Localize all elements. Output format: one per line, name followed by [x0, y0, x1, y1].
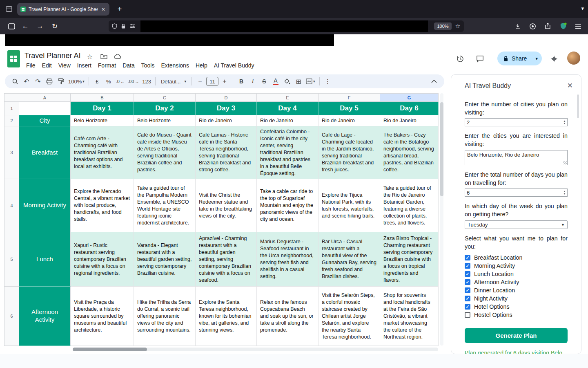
- plan-option-breakfast-location[interactable]: ✓Breakfast Location: [465, 254, 568, 262]
- sidebar-scrollbar-thumb[interactable]: [577, 94, 579, 118]
- vertical-scrollbar-thumb[interactable]: [440, 102, 443, 196]
- font-size-input[interactable]: 11: [206, 77, 218, 86]
- plan-option-hotel-options[interactable]: ✓Hotel Options: [465, 303, 568, 311]
- zoom-control[interactable]: 100%▾: [67, 76, 86, 87]
- cell-E5[interactable]: Marius Degustare - Seafood restaurant in…: [257, 232, 318, 287]
- cell-F4[interactable]: Explore the Tijuca National Park, with i…: [318, 179, 380, 232]
- text-color-button[interactable]: A: [270, 76, 281, 87]
- row-header-5[interactable]: 5: [4, 232, 19, 287]
- column-header-A[interactable]: A: [19, 94, 71, 102]
- tab-close-icon[interactable]: ✕: [100, 7, 106, 12]
- horizontal-scrollbar-thumb[interactable]: [73, 348, 147, 351]
- plan-option-lunch-location[interactable]: ✓Lunch Location: [465, 270, 568, 278]
- cell-F3[interactable]: Café du Lage - Charming café located in …: [318, 126, 380, 179]
- row-header-3[interactable]: 3: [4, 126, 19, 179]
- cell-D2[interactable]: Rio de Janeiro: [196, 115, 257, 126]
- checked-checkbox-icon[interactable]: ✓: [465, 296, 470, 301]
- number-format-button[interactable]: 123: [141, 76, 152, 87]
- cell-B5[interactable]: Xapuri - Rustic restaurant serving conte…: [71, 232, 134, 287]
- search-menus-icon[interactable]: [10, 76, 20, 87]
- cell-E4[interactable]: Take a cable car ride to the top of Suga…: [257, 179, 318, 232]
- days-input[interactable]: 6 ▲▼: [465, 188, 568, 197]
- bookmark-star-icon[interactable]: ☆: [455, 22, 461, 30]
- column-header-D[interactable]: D: [196, 94, 257, 102]
- cell-B4[interactable]: Explore the Mercado Central, a vibrant m…: [71, 179, 134, 232]
- menu-data[interactable]: Data: [119, 61, 138, 70]
- borders-icon[interactable]: ⊞: [293, 76, 304, 87]
- row-label-6[interactable]: Afternoon Activity: [19, 287, 71, 346]
- cell-F6[interactable]: Visit the Selarón Steps, a colorful mosa…: [318, 287, 380, 346]
- firefox-view-icon[interactable]: [6, 20, 17, 32]
- window-icon[interactable]: [5, 5, 13, 13]
- cell-C4[interactable]: Take a guided tour of the Pampulha Moder…: [134, 179, 196, 232]
- checked-checkbox-icon[interactable]: ✓: [465, 304, 470, 310]
- document-title[interactable]: Travel Planner AI: [24, 52, 80, 60]
- cell-D3[interactable]: Café Lamas - Historic café in the Santa …: [196, 126, 257, 179]
- row-header-2[interactable]: 2: [4, 115, 19, 126]
- sidebar-close-icon[interactable]: ✕: [565, 81, 575, 91]
- weekday-select[interactable]: Tuesday ▼: [465, 220, 568, 229]
- undo-icon[interactable]: ↶: [21, 76, 32, 87]
- day-header-3[interactable]: Day 3: [196, 102, 257, 115]
- cell-F2[interactable]: Rio de Janeiro: [318, 115, 380, 126]
- vertical-scrollbar[interactable]: [440, 93, 443, 346]
- row-label-3[interactable]: Breakfast: [19, 126, 71, 179]
- share-page-icon[interactable]: [542, 20, 553, 32]
- grid-corner[interactable]: [4, 94, 19, 102]
- fill-color-icon[interactable]: [282, 76, 292, 87]
- cell-C6[interactable]: Hike the Trilha da Serra do Curral, a sc…: [134, 287, 196, 346]
- cell-G5[interactable]: Zaza Bistro Tropical - Charming restaura…: [380, 232, 439, 287]
- reload-icon[interactable]: ↻: [49, 20, 60, 32]
- checked-checkbox-icon[interactable]: ✓: [465, 263, 470, 269]
- menu-ai-travel-buddy[interactable]: AI Travel Buddy: [211, 61, 258, 70]
- menu-view[interactable]: View: [55, 61, 74, 70]
- row-header-4[interactable]: 4: [4, 179, 19, 232]
- format-percent-button[interactable]: %: [103, 76, 114, 87]
- tracking-shield-icon[interactable]: [112, 23, 117, 29]
- new-tab-button[interactable]: +: [115, 4, 125, 14]
- menu-tools[interactable]: Tools: [138, 61, 158, 70]
- menu-insert[interactable]: Insert: [74, 61, 95, 70]
- cell-B2[interactable]: Belo Horizonte: [71, 115, 134, 126]
- cell-G2[interactable]: Rio de Janeiro: [380, 115, 439, 126]
- row-header-1[interactable]: 1: [4, 102, 19, 115]
- cell-E3[interactable]: Confeitaria Colombo - Iconic café in the…: [257, 126, 318, 179]
- account-icon[interactable]: [527, 20, 538, 32]
- star-document-icon[interactable]: ☆: [86, 52, 94, 61]
- plan-option-night-activity[interactable]: ✓Night Activity: [465, 294, 568, 303]
- resize-grip-icon[interactable]: [563, 161, 567, 164]
- cell-C5[interactable]: Varanda - Elegant restaurant with a beau…: [134, 232, 196, 287]
- user-avatar[interactable]: [567, 52, 580, 65]
- google-sheets-logo[interactable]: [7, 50, 20, 69]
- cell-E6[interactable]: Relax on the famous Copacabana Beach and…: [257, 287, 318, 346]
- day-header-5[interactable]: Day 5: [318, 102, 380, 115]
- column-header-C[interactable]: C: [134, 94, 196, 102]
- row-label-5[interactable]: Lunch: [19, 232, 71, 287]
- menu-extensions[interactable]: Extensions: [158, 61, 192, 70]
- more-options-icon[interactable]: ⋮: [323, 76, 333, 87]
- menu-format[interactable]: Format: [95, 61, 119, 70]
- back-icon[interactable]: ←: [20, 20, 31, 32]
- version-history-icon[interactable]: [455, 54, 466, 64]
- cell-G3[interactable]: The Bakers - Cozy café in the Botafogo n…: [380, 126, 439, 179]
- merge-cells-icon[interactable]: ▾: [305, 76, 316, 87]
- downloads-icon[interactable]: [512, 20, 523, 32]
- column-header-F[interactable]: F: [318, 94, 380, 102]
- paint-format-icon[interactable]: [56, 76, 66, 87]
- browser-tab[interactable]: Travel Planner AI - Google Shee ✕: [17, 3, 109, 16]
- share-button[interactable]: Share ▾: [497, 52, 542, 65]
- menu-edit[interactable]: Edit: [39, 61, 55, 70]
- checked-checkbox-icon[interactable]: ✓: [465, 279, 470, 285]
- forward-icon[interactable]: →: [34, 20, 46, 32]
- lock-icon[interactable]: [121, 23, 126, 29]
- move-to-folder-icon[interactable]: [100, 52, 108, 61]
- address-bar[interactable]: 100% ☆: [109, 20, 464, 32]
- bold-button[interactable]: B: [236, 76, 247, 87]
- strikethrough-button[interactable]: S: [259, 76, 270, 87]
- plan-option-morning-activity[interactable]: ✓Morning Activity: [465, 262, 568, 270]
- cloud-saved-icon[interactable]: [114, 52, 122, 61]
- day-header-6[interactable]: Day 6: [380, 102, 439, 115]
- share-dropdown-icon[interactable]: ▾: [531, 56, 542, 61]
- privacy-extension-shield-icon[interactable]: [557, 20, 569, 32]
- font-family-select[interactable]: Defaul...▾: [158, 76, 189, 87]
